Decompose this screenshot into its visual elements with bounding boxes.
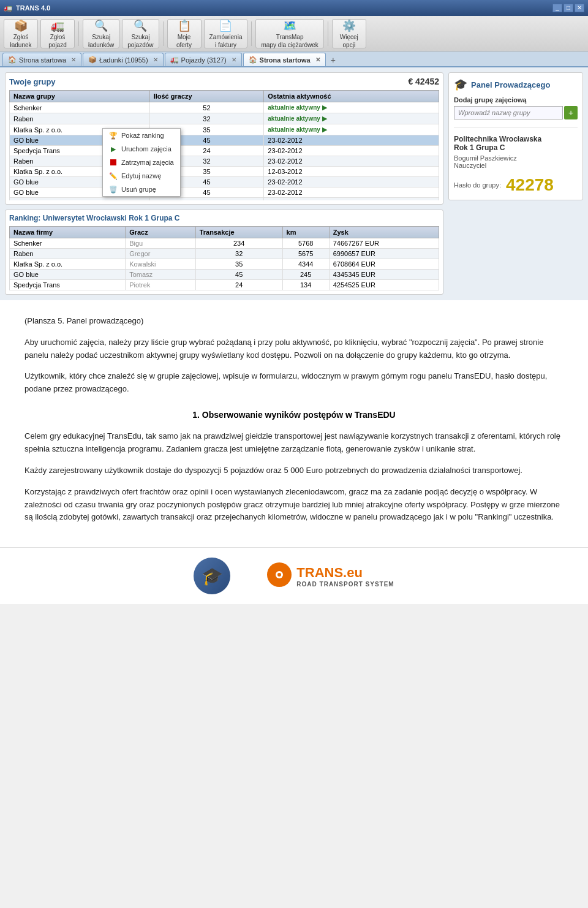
password-label: Hasło do grupy:: [454, 181, 501, 189]
groups-table-wrapper[interactable]: Nazwa grupy Ilość graczy Ostatnia aktywn…: [9, 90, 439, 200]
right-panel: 🎓 Panel Prowadzącego Dodaj grupę zajęcio…: [448, 72, 583, 295]
package-icon: 📦: [14, 19, 28, 32]
rank-col-firma: Nazwa firmy: [10, 227, 126, 238]
rank-gracz-cell: Tomasz: [126, 270, 196, 280]
tab-close-btn-2[interactable]: ✕: [153, 56, 158, 63]
rank-transakcje-cell: 234: [195, 238, 282, 249]
rank-transakcje-cell: 32: [195, 249, 282, 259]
rank-transakcje-cell: 45: [195, 270, 282, 280]
tab-bar: 🏠 Strona startowa ✕ 📦 Ładunki (10955) ✕ …: [0, 51, 588, 67]
menu-item-edytuj[interactable]: ✏️ Edytuj nazwę: [103, 169, 180, 183]
stop-icon: [109, 158, 118, 167]
tab-close-btn-3[interactable]: ✕: [232, 56, 236, 63]
group-players-cell: 24: [149, 198, 264, 201]
app-icon: 🚛: [4, 4, 12, 12]
toolbar-btn-mojeoferty[interactable]: 📋 Moje oferty: [167, 19, 202, 48]
intro-text: (Plansza 5. Panel prowadzącego): [24, 315, 564, 328]
invoice-icon: 📄: [219, 19, 232, 32]
tab-ladunki[interactable]: 📦 Ładunki (10955) ✕: [83, 53, 164, 66]
svg-point-2: [277, 573, 281, 577]
rank-col-zysk: Zysk: [329, 227, 439, 238]
groups-box-amount: € 42452: [408, 77, 439, 86]
tab-label-4: Strona startowa: [260, 56, 311, 64]
col-header-name: Nazwa grupy: [10, 91, 150, 102]
tab-label-3: Pojazdy (3127): [181, 56, 227, 64]
ranking-box: Ranking: Uniwersytet Wrocławski Rok 1 Gr…: [5, 210, 443, 295]
rank-firma-cell[interactable]: Spedycja Trans: [10, 280, 126, 290]
group-players-cell: 52: [149, 102, 264, 113]
rank-firma-cell[interactable]: Klatka Sp. z o.o.: [10, 259, 126, 270]
graduation-icon: 🎓: [194, 558, 230, 594]
divider: [454, 127, 578, 127]
tab-startowa1[interactable]: 🏠 Strona startowa ✕: [2, 53, 81, 66]
toolbar-btn-transmap[interactable]: 🗺️ TransMap mapy dla ciężarówek: [255, 19, 323, 48]
toolbar-btn-szukajladunkow[interactable]: 🔍 Szukaj ładunków: [83, 19, 119, 48]
window-controls[interactable]: _ □ ✕: [552, 4, 584, 12]
toolbar: 📦 Zgłoś ładunek 🚛 Zgłoś pojazd 🔍 Szukaj …: [0, 16, 588, 51]
group-name-cell[interactable]: Spedycja Trans: [10, 198, 150, 201]
group-activity-cell: 23-02-2012: [264, 177, 439, 187]
tab-close-btn-4[interactable]: ✕: [315, 56, 320, 63]
trophy-icon: 🏆: [109, 131, 118, 140]
rank-gracz-cell: Kowalski: [126, 259, 196, 270]
main-content: Twoje grupy € 42452 Nazwa grupy Ilość gr…: [0, 67, 588, 300]
btn-label-line2: mapy dla ciężarówek: [261, 42, 318, 48]
rank-firma-cell[interactable]: Raben: [10, 249, 126, 259]
rank-zysk-cell: 6990657 EUR: [329, 249, 439, 259]
menu-item-label: Pokaż ranking: [121, 132, 164, 139]
rank-transakcje-cell: 35: [195, 259, 282, 270]
rank-col-transakcje: Transakcje: [195, 227, 282, 238]
panel-title-text: Panel Prowadzącego: [471, 80, 550, 89]
group-activity-cell: 23-02-2012: [264, 198, 439, 201]
toolbar-btn-wiecejopcji[interactable]: ⚙️ Więcej opcji: [332, 19, 366, 48]
panel-prowadzacego: 🎓 Panel Prowadzącego Dodaj grupę zajęcio…: [448, 72, 583, 200]
rank-transakcje-cell: 24: [195, 280, 282, 290]
maximize-btn[interactable]: □: [564, 4, 573, 12]
school-info: Politechnika Wrocławska Rok 1 Grupa C Bo…: [454, 135, 578, 195]
add-group-row: +: [454, 106, 578, 119]
tab-label-2: Ładunki (10955): [99, 56, 148, 64]
toolbar-btn-szukajpojazdow[interactable]: 🔍 Szukaj pojazdów: [122, 19, 159, 48]
tab-add-btn[interactable]: +: [327, 54, 339, 66]
text-content: (Plansza 5. Panel prowadzącego) Aby uruc…: [0, 300, 588, 547]
tab-pojazdy[interactable]: 🚛 Pojazdy (3127) ✕: [165, 53, 242, 66]
btn-label-line1: Zgłoś: [13, 34, 28, 40]
menu-item-usun[interactable]: 🗑️ Usuń grupę: [103, 183, 180, 196]
ranking-table: Nazwa firmy Gracz Transakcje km Zysk Sch…: [9, 226, 439, 290]
toolbar-btn-zgloszladunek[interactable]: 📦 Zgłoś ładunek: [4, 19, 38, 48]
group-name-cell[interactable]: Schenker: [10, 102, 150, 113]
rank-km-cell: 4344: [282, 259, 329, 270]
toolbar-btn-zamowienia[interactable]: 📄 Zamówienia i faktury: [204, 19, 248, 48]
teacher-role: Nauczyciel: [454, 162, 578, 169]
ranking-table-wrapper[interactable]: Nazwa firmy Gracz Transakcje km Zysk Sch…: [9, 226, 439, 290]
btn-label-line1: Szukaj: [92, 34, 110, 40]
add-group-input[interactable]: [454, 106, 563, 119]
group-players-cell: 32: [149, 113, 264, 124]
rank-km-cell: 5675: [282, 249, 329, 259]
rank-zysk-cell: 4345345 EUR: [329, 270, 439, 280]
minimize-btn[interactable]: _: [552, 4, 562, 12]
rank-gracz-cell: Gregor: [126, 249, 196, 259]
tab-startowa2[interactable]: 🏠 Strona startowa ✕: [243, 53, 326, 66]
add-group-btn[interactable]: +: [564, 106, 578, 119]
toolbar-divider-2: [163, 21, 164, 46]
app-title: TRANS 4.0: [16, 4, 50, 12]
tab-close-btn[interactable]: ✕: [71, 56, 76, 63]
rank-firma-cell[interactable]: GO blue: [10, 270, 126, 280]
group-activity-cell: 23-02-2012: [264, 156, 439, 167]
gear-icon: ⚙️: [342, 19, 356, 32]
delete-icon: 🗑️: [109, 185, 118, 194]
section-title: 1. Obserwowanie wyników postępów w Trans…: [24, 408, 564, 422]
col-header-activity: Ostatnia aktywność: [264, 91, 439, 102]
menu-item-uruchom[interactable]: ▶ Uruchom zajęcia: [103, 142, 180, 156]
close-btn[interactable]: ✕: [575, 4, 584, 12]
menu-item-zatrzymaj[interactable]: Zatrzymaj zajęcia: [103, 156, 180, 169]
toolbar-btn-zgloszzpojazd[interactable]: 🚛 Zgłoś pojazd: [40, 19, 75, 48]
password-value: 42278: [506, 175, 554, 195]
group-name-cell[interactable]: Raben: [10, 113, 150, 124]
menu-item-pokaz-ranking[interactable]: 🏆 Pokaż ranking: [103, 129, 180, 142]
menu-item-label-3: Zatrzymaj zajęcia: [121, 159, 174, 166]
group-activity-cell: 23-02-2012: [264, 146, 439, 156]
rank-firma-cell[interactable]: Schenker: [10, 238, 126, 249]
tab-icon-2: 📦: [88, 56, 97, 64]
